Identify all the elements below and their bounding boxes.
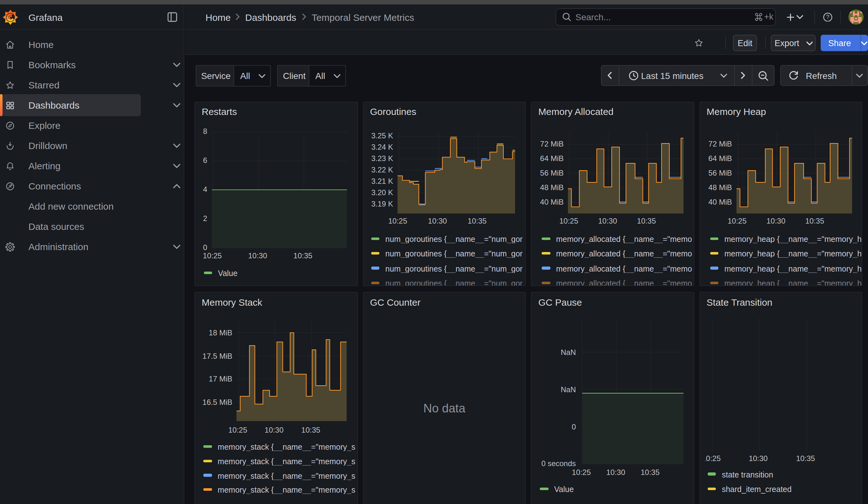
svg-text:?: ?: [826, 13, 829, 20]
